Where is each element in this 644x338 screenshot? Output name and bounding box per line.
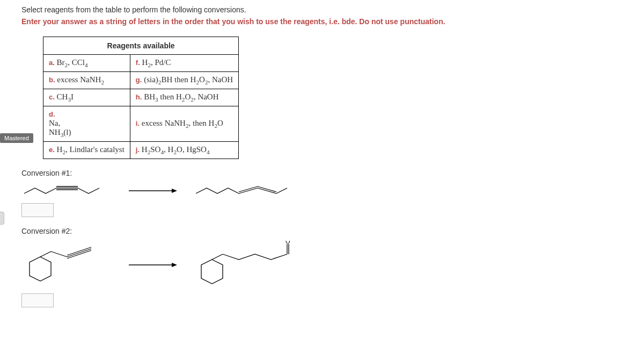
reaction-arrow-icon (129, 260, 177, 270)
conversion-1: Conversion #1: (21, 169, 644, 217)
svg-marker-4 (172, 189, 177, 193)
instructions-block: Select reagents from the table to perfor… (21, 5, 644, 26)
conversion-2-reactant (21, 243, 113, 286)
svg-line-12 (67, 249, 91, 257)
conversion-1-product (193, 183, 301, 199)
conversion-2-answer-input[interactable] (21, 293, 54, 307)
table-row: e. H2, Lindlar's catalyst j. H2SO4, H2O,… (43, 142, 239, 159)
svg-line-18 (212, 254, 223, 260)
svg-line-10 (40, 251, 51, 257)
table-row: b. excess NaNH2 g. (sia)2BH then H2O2, N… (43, 72, 239, 89)
svg-text:O: O (286, 241, 290, 244)
conversion-2: Conversion #2: O (21, 227, 644, 307)
svg-marker-17 (201, 260, 223, 284)
table-header: Reagents available (43, 37, 239, 55)
table-row: d.Na,NH3(l) i. excess NaNH2, then H2O (43, 106, 239, 142)
conversion-1-label: Conversion #1: (21, 169, 644, 177)
instruction-line-1: Select reagents from the table to perfor… (21, 5, 644, 14)
instruction-line-2: Enter your answer as a string of letters… (21, 17, 644, 26)
svg-line-14 (67, 250, 91, 258)
table-row: a. Br2, CCl4 f. H2, Pd/C (43, 55, 239, 72)
svg-marker-9 (30, 257, 51, 281)
svg-line-11 (51, 251, 67, 257)
conversion-1-answer-input[interactable] (21, 203, 54, 217)
side-tab-stub[interactable] (0, 212, 4, 225)
conversion-1-reactant (21, 183, 113, 199)
svg-marker-16 (172, 263, 177, 267)
conversion-2-product: O (193, 241, 311, 289)
table-row: c. CH3I h. BH3 then H2O2, NaOH (43, 89, 239, 106)
mastered-badge: Mastered (0, 133, 33, 143)
reagents-table: Reagents available a. Br2, CCl4 f. H2, P… (43, 37, 239, 159)
reaction-arrow-icon (129, 185, 177, 196)
svg-line-13 (67, 247, 91, 255)
conversion-2-label: Conversion #2: (21, 227, 644, 235)
